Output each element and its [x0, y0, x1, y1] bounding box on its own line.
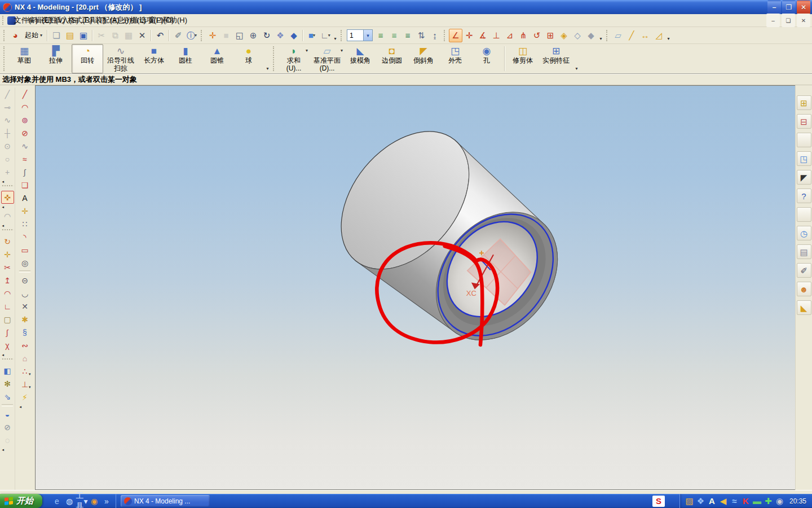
curve-fillet-icon[interactable]: ◠: [1, 287, 14, 300]
datum-angle-icon[interactable]: ◿: [652, 29, 665, 42]
point-tool-icon[interactable]: +: [1, 165, 14, 178]
sketch-pencil-icon[interactable]: ✐: [171, 29, 185, 42]
press-direction-icon[interactable]: ⊥ ▾: [19, 378, 32, 391]
restore-button[interactable]: ❐: [782, 1, 796, 14]
block-button[interactable]: ■ 长方体: [138, 44, 170, 73]
mdi-minimize-button[interactable]: –: [766, 14, 780, 27]
volume-tray-icon[interactable]: ◀: [718, 496, 728, 506]
surface-icon[interactable]: ✱: [19, 313, 32, 326]
derived-line-icon[interactable]: ⊘: [19, 126, 32, 139]
information-icon[interactable]: ⓘ ▾: [185, 29, 198, 42]
move-object-icon[interactable]: ◇: [571, 29, 584, 42]
rotate-view-icon[interactable]: ↻: [260, 29, 273, 42]
corner-icon[interactable]: ∟: [1, 300, 14, 313]
work-layer-combo[interactable]: 1 ▾: [347, 29, 373, 41]
arc-tool-icon[interactable]: ◠: [19, 100, 32, 113]
layer-visible-icon[interactable]: ≡: [387, 29, 401, 42]
snap-point-icon[interactable]: ✜: [1, 191, 14, 204]
history-icon[interactable]: ◷: [797, 226, 811, 240]
messenger-tray-icon[interactable]: ≈: [730, 496, 739, 506]
divide-curve-icon[interactable]: ✕: [19, 300, 32, 313]
sheet-icon[interactable]: ▢: [1, 313, 14, 326]
sketch-tool-icon[interactable]: ❏: [19, 178, 32, 191]
roles-icon[interactable]: ☻: [797, 282, 811, 296]
assembly-navigator-icon[interactable]: ⊞: [797, 95, 811, 110]
revolve-button[interactable]: ◔ 回转: [72, 44, 103, 73]
ie-quicklaunch-icon[interactable]: e: [51, 496, 63, 507]
netcard-tray-icon[interactable]: ▬: [752, 496, 762, 506]
datum-axis-icon[interactable]: ╱: [625, 29, 638, 42]
profile-tool-icon[interactable]: ╱: [19, 87, 32, 100]
wcs-change-xc-icon[interactable]: ⋔: [517, 29, 530, 42]
move-to-layer-icon[interactable]: ⇅: [414, 29, 428, 42]
pan-view-icon[interactable]: ❖: [273, 29, 287, 42]
ellipse-icon[interactable]: ⊝: [19, 274, 32, 287]
cylinder-button[interactable]: ▮ 圆柱: [170, 44, 201, 73]
spline-icon[interactable]: ∫: [19, 165, 32, 178]
copy-icon[interactable]: ⧉: [108, 29, 122, 42]
shaded-display-icon[interactable]: ■ ▾: [305, 29, 319, 42]
line-tool-icon[interactable]: ╱: [1, 87, 14, 100]
edit-feature-icon[interactable]: ◧: [1, 364, 14, 377]
studio-spline-icon[interactable]: ∿: [19, 139, 32, 152]
remove-parameters-icon[interactable]: ◌: [1, 433, 14, 446]
start-button[interactable]: 开始: [0, 494, 42, 508]
network-tray-icon[interactable]: ❖: [696, 496, 705, 506]
ime-tray-icon[interactable]: A: [707, 496, 717, 506]
customize-icon[interactable]: ✐: [797, 263, 811, 278]
instance-feature-button[interactable]: ⊞ 实例特征: [539, 44, 573, 73]
nx-app-icon[interactable]: [3, 3, 12, 12]
law-curve-icon[interactable]: ∾: [19, 339, 32, 352]
fit-view-icon[interactable]: ✛: [206, 29, 219, 42]
help-icon[interactable]: ?: [797, 189, 811, 203]
draft-button[interactable]: ◣ 拔模角: [345, 44, 376, 73]
unite-button[interactable]: ◗ 求和 (U)... ▾: [278, 44, 310, 73]
datum-plane-icon[interactable]: ▱: [611, 29, 625, 42]
axis-tool-icon[interactable]: ┼: [1, 126, 14, 139]
web-browser-icon[interactable]: ◳: [797, 151, 811, 166]
update-feature-icon[interactable]: ◒: [1, 408, 14, 421]
part-navigator-icon[interactable]: ⊟: [797, 114, 811, 129]
perspective-icon[interactable]: ◆: [287, 29, 301, 42]
bounded-plane-icon[interactable]: ⌂: [19, 352, 32, 365]
mdi-close-button[interactable]: ✕: [797, 14, 810, 27]
offset-curve-icon[interactable]: ∫: [1, 326, 14, 339]
pan-tool-icon[interactable]: ✛: [1, 248, 14, 261]
explorer-quicklaunch-icon[interactable]: ◍: [64, 496, 75, 507]
polyline-icon[interactable]: ≈: [19, 152, 32, 165]
copy-to-layer-icon[interactable]: ↨: [428, 29, 442, 42]
open-file-icon[interactable]: ▤: [63, 29, 77, 42]
nx-logo-icon[interactable]: ◕: [8, 29, 22, 42]
trim-body-button[interactable]: ◫ 修剪体: [507, 44, 539, 73]
fill-view-icon[interactable]: ■: [219, 29, 233, 42]
edit-position-icon[interactable]: ⇘: [1, 390, 14, 403]
layer-settings-icon[interactable]: ≡: [374, 29, 387, 42]
rotate-view-tool-icon[interactable]: ↻: [1, 235, 14, 248]
menu-help[interactable]: 帮助(H): [168, 14, 182, 27]
cone-button[interactable]: ▲ 圆锥: [201, 44, 233, 73]
sweep-along-guide-button[interactable]: ∿ 沿导引线 扫掠: [103, 44, 138, 73]
wcs-display-icon[interactable]: ⊞: [544, 29, 557, 42]
wcs-set-to-csys-icon[interactable]: ⊿: [503, 29, 517, 42]
training-icon[interactable]: ◤: [797, 170, 811, 185]
undo-icon[interactable]: ↶: [153, 29, 167, 42]
cut-icon[interactable]: ✂: [95, 29, 108, 42]
firefox-quicklaunch-icon[interactable]: ◉: [89, 496, 100, 507]
menubar-grip[interactable]: [2, 16, 5, 25]
trim-curve-icon[interactable]: ✂: [1, 261, 14, 274]
mdi-restore-button[interactable]: ❏: [782, 14, 795, 27]
start-app-button[interactable]: 起始 ▾: [22, 29, 45, 42]
new-file-icon[interactable]: ❏: [50, 29, 63, 42]
extrude-button[interactable]: ▛ 拉伸: [40, 44, 72, 73]
text-tool-icon[interactable]: A: [19, 191, 32, 204]
point-constructor-icon[interactable]: ✛: [19, 204, 32, 217]
fillet-icon[interactable]: ◝: [19, 230, 32, 243]
datum-distance-icon[interactable]: ↔: [638, 29, 652, 42]
tools-quicklaunch-menu[interactable]: 工具 ▾: [76, 496, 87, 507]
layer-category-icon[interactable]: ≡: [401, 29, 414, 42]
rectangle-icon[interactable]: ▭: [19, 243, 32, 256]
line-point-tool-icon[interactable]: ⊸: [1, 100, 14, 113]
datum-plane-button[interactable]: ▱ 基准平面 (D)... ▾: [310, 44, 345, 73]
close-button[interactable]: ✕: [797, 1, 810, 14]
wcs-change-yc-icon[interactable]: ↺: [530, 29, 544, 42]
